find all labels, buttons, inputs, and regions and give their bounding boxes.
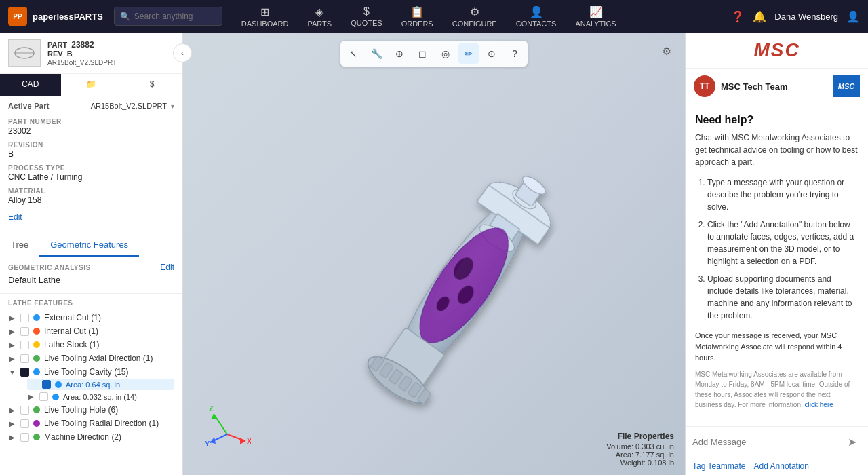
feature-checkbox[interactable]: [20, 433, 29, 442]
nav-contacts[interactable]: 👤 CONTACTS: [508, 3, 565, 31]
chat-send-button[interactable]: ➤: [842, 432, 861, 451]
msc-badge: MSC: [833, 75, 860, 97]
nav-configure[interactable]: ⚙ CONFIGURE: [444, 3, 505, 31]
chat-footer-links: Tag Teammate Add Annotation: [686, 457, 868, 475]
logo-icon: PP: [8, 7, 27, 26]
annotate-tool-button[interactable]: ✏: [458, 43, 479, 64]
part-info: PART 23882 REV B AR15Bolt_V2.SLDPRT: [47, 40, 174, 66]
search-input[interactable]: [134, 12, 216, 21]
tab-tree[interactable]: Tree: [0, 234, 39, 256]
nav-dashboard[interactable]: ⊞ DASHBOARD: [233, 3, 297, 31]
expand-icon[interactable]: ▼: [8, 368, 16, 376]
search-box[interactable]: 🔍: [114, 7, 222, 26]
tab-files-icon: 📁: [86, 79, 96, 89]
area-value: Area: 7.177 sq. in: [606, 451, 674, 459]
section-tool-button[interactable]: ⊕: [389, 43, 410, 64]
geo-edit-link[interactable]: Edit: [160, 263, 174, 272]
active-part-section[interactable]: Active Part AR15Bolt_V2.SLDPRT ▾: [0, 96, 182, 115]
lathe-features-label: LATHE FEATURES: [8, 299, 174, 307]
box-tool-button[interactable]: ◻: [412, 43, 433, 64]
top-navigation: PP paperlessPARTS 🔍 ⊞ DASHBOARD ◈ PARTS …: [0, 0, 868, 33]
feature-live-radial: ▶ Live Tooling Radial Direction (1): [8, 417, 174, 430]
select-tool-button[interactable]: ↖: [343, 43, 363, 64]
feature-live-cavity: ▼ Live Tooling Cavity (15): [8, 365, 174, 379]
nav-contacts-label: CONTACTS: [516, 20, 557, 28]
feature-internal-cut: ▶ Internal Cut (1): [8, 324, 174, 338]
part-label: PART: [47, 41, 67, 49]
nav-quotes[interactable]: $ QUOTES: [342, 3, 390, 30]
user-avatar-icon[interactable]: 👤: [846, 10, 860, 23]
material-value: Alloy 158: [8, 195, 174, 205]
expand-icon[interactable]: ▶: [8, 328, 16, 335]
viewer-settings-button[interactable]: ⚙: [656, 41, 677, 61]
sub-feature-name: Area: 0.032 sq. in (14): [63, 393, 174, 401]
expand-icon[interactable]: ▶: [8, 434, 16, 441]
feature-checkbox[interactable]: [20, 419, 29, 428]
separator2: [0, 293, 182, 294]
tag-teammate-link[interactable]: Tag Teammate: [692, 461, 746, 471]
help-tool-button[interactable]: ?: [505, 43, 525, 64]
sphere-tool-button[interactable]: ◎: [435, 43, 456, 64]
feature-checkbox[interactable]: [20, 341, 29, 349]
geo-analysis-label: GEOMETRIC ANALYSIS: [8, 264, 91, 271]
tab-geometric-features[interactable]: Geometric Features: [39, 234, 139, 256]
material-detail: MATERIAL Alloy 158: [8, 187, 174, 205]
part-thumbnail: [8, 39, 41, 66]
nav-items: ⊞ DASHBOARD ◈ PARTS $ QUOTES 📋 ORDERS ⚙ …: [233, 3, 731, 31]
measure-tool-button[interactable]: 🔧: [366, 43, 387, 64]
feature-lathe-stock: ▶ Lathe Stock (1): [8, 338, 174, 352]
edit-link[interactable]: Edit: [8, 212, 22, 222]
chat-message-input[interactable]: [692, 437, 837, 447]
rev-line: REV B: [47, 50, 174, 58]
svg-line-22: [214, 414, 227, 434]
tab-pricing[interactable]: $: [121, 74, 182, 96]
3d-part-display: [244, 77, 624, 430]
feature-name: Live Tooling Cavity (15): [44, 367, 174, 377]
expand-icon[interactable]: ▶: [8, 420, 16, 428]
add-annotation-link[interactable]: Add Annotation: [754, 461, 809, 471]
axes-widget: Z X Y: [203, 400, 251, 448]
nav-quotes-label: QUOTES: [351, 19, 382, 27]
expand-icon[interactable]: ▶: [8, 355, 16, 362]
part-header: PART 23882 REV B AR15Bolt_V2.SLDPRT ‹: [0, 33, 182, 74]
expand-icon[interactable]: ▶: [8, 314, 16, 322]
feature-dot: [33, 341, 40, 348]
nav-analytics[interactable]: 📈 ANALYTICS: [567, 3, 624, 31]
point-tool-button[interactable]: ⊙: [481, 43, 502, 64]
feature-live-axial: ▶ Live Tooling Axial Direction (1): [8, 352, 174, 365]
feature-name: Internal Cut (1): [44, 326, 174, 336]
inner-tab-bar: Tree Geometric Features: [0, 234, 182, 257]
feature-dot: [33, 434, 40, 440]
feature-checkbox[interactable]: [20, 406, 29, 415]
part-number-value: 23882: [71, 40, 94, 50]
feature-checkbox[interactable]: [20, 314, 29, 322]
expand-icon[interactable]: ▶: [8, 406, 16, 414]
feature-checkbox[interactable]: [20, 354, 29, 363]
material-label: MATERIAL: [8, 187, 174, 195]
nav-right: ❓ 🔔 Dana Wensberg 👤: [731, 10, 860, 23]
svg-text:Y: Y: [205, 440, 210, 448]
feature-checkbox[interactable]: [20, 368, 29, 377]
chat-avatar: TT: [694, 75, 715, 97]
process-type-label: PROCESS TYPE: [8, 164, 174, 172]
nav-orders[interactable]: 📋 ORDERS: [393, 3, 441, 31]
expand-icon[interactable]: ▶: [8, 341, 16, 349]
collapse-panel-button[interactable]: ‹: [173, 43, 192, 62]
search-icon: 🔍: [120, 12, 130, 21]
expand-icon[interactable]: ▶: [27, 393, 35, 400]
tab-cad[interactable]: CAD: [0, 74, 61, 96]
dashboard-icon: ⊞: [260, 5, 269, 18]
help-icon[interactable]: ❓: [731, 10, 745, 23]
parts-icon: ◈: [315, 5, 323, 18]
nav-parts-label: PARTS: [308, 20, 332, 28]
bell-icon[interactable]: 🔔: [753, 10, 766, 23]
tab-cad-label: CAD: [22, 79, 39, 89]
revision-detail: REVISION B: [8, 141, 174, 159]
tab-files[interactable]: 📁: [61, 74, 122, 96]
click-here-link[interactable]: click here: [805, 401, 833, 408]
nav-parts[interactable]: ◈ PARTS: [300, 3, 340, 31]
sub-feature-checkbox[interactable]: [42, 380, 51, 389]
sub-feature-checkbox[interactable]: [39, 392, 48, 401]
feature-dot: [33, 314, 40, 321]
feature-checkbox[interactable]: [20, 327, 29, 336]
